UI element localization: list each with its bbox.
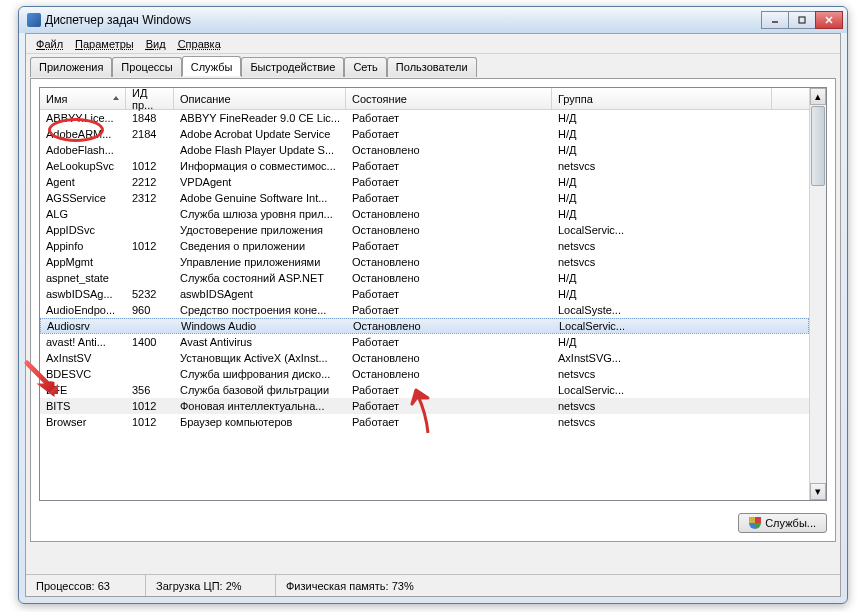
tab-4[interactable]: Сеть: [344, 57, 386, 77]
cell-state: Работает: [346, 176, 552, 188]
cell-group: Н/Д: [552, 112, 772, 124]
table-row[interactable]: BITS1012Фоновая интеллектуальна...Работа…: [40, 398, 809, 414]
cell-state: Остановлено: [347, 320, 553, 332]
cell-group: LocalSyste...: [552, 304, 772, 316]
menu-file[interactable]: Файл: [30, 36, 69, 52]
table-row[interactable]: AudioEndpo...960Средство построения коне…: [40, 302, 809, 318]
vertical-scrollbar[interactable]: ▴ ▾: [809, 88, 826, 500]
col-header-description[interactable]: Описание: [174, 88, 346, 109]
cell-state: Работает: [346, 160, 552, 172]
menu-help[interactable]: Справка: [172, 36, 227, 52]
cell-state: Работает: [346, 416, 552, 428]
cell-desc: Adobe Genuine Software Int...: [174, 192, 346, 204]
cell-state: Работает: [346, 400, 552, 412]
maximize-button[interactable]: [788, 11, 816, 29]
table-row[interactable]: AppIDSvcУдостоверение приложенияОстановл…: [40, 222, 809, 238]
cell-name: ALG: [40, 208, 126, 220]
cell-state: Работает: [346, 112, 552, 124]
table-row[interactable]: AeLookupSvc1012Информация о совместимос.…: [40, 158, 809, 174]
minimize-button[interactable]: [761, 11, 789, 29]
cell-pid: 1012: [126, 160, 174, 172]
cell-state: Работает: [346, 336, 552, 348]
cell-pid: 1012: [126, 416, 174, 428]
table-row[interactable]: AdobeFlash...Adobe Flash Player Update S…: [40, 142, 809, 158]
table-row[interactable]: avast! Anti...1400Avast AntivirusРаботае…: [40, 334, 809, 350]
table-row[interactable]: BDESVCСлужба шифрования диско...Остановл…: [40, 366, 809, 382]
services-button[interactable]: Службы...: [738, 513, 827, 533]
tab-content: Имя ИД пр... Описание Состояние Группа A…: [30, 78, 836, 542]
table-row[interactable]: AudiosrvWindows AudioОстановленоLocalSer…: [40, 318, 809, 334]
statusbar: Процессов: 63 Загрузка ЦП: 2% Физическая…: [26, 574, 840, 596]
cell-state: Работает: [346, 288, 552, 300]
cell-name: BITS: [40, 400, 126, 412]
titlebar: Диспетчер задач Windows: [19, 7, 847, 33]
close-button[interactable]: [815, 11, 843, 29]
cell-state: Остановлено: [346, 272, 552, 284]
table-header: Имя ИД пр... Описание Состояние Группа: [40, 88, 826, 110]
cell-state: Работает: [346, 128, 552, 140]
cell-group: netsvcs: [552, 416, 772, 428]
menu-view[interactable]: Вид: [140, 36, 172, 52]
table-row[interactable]: Appinfo1012Сведения о приложенииРаботает…: [40, 238, 809, 254]
table-row[interactable]: AppMgmtУправление приложениямиОстановлен…: [40, 254, 809, 270]
cell-name: avast! Anti...: [40, 336, 126, 348]
col-header-name[interactable]: Имя: [40, 88, 126, 109]
cell-desc: Adobe Acrobat Update Service: [174, 128, 346, 140]
table-row[interactable]: AGSService2312Adobe Genuine Software Int…: [40, 190, 809, 206]
cell-pid: 1012: [126, 240, 174, 252]
cell-state: Остановлено: [346, 208, 552, 220]
cell-group: Н/Д: [552, 208, 772, 220]
cell-name: Agent: [40, 176, 126, 188]
cell-name: AxInstSV: [40, 352, 126, 364]
col-header-state[interactable]: Состояние: [346, 88, 552, 109]
cell-desc: ABBYY FineReader 9.0 CE Lic...: [174, 112, 346, 124]
table-row[interactable]: ALGСлужба шлюза уровня прил...Остановлен…: [40, 206, 809, 222]
status-cpu: Загрузка ЦП: 2%: [146, 575, 276, 596]
cell-pid: 356: [126, 384, 174, 396]
tab-1[interactable]: Процессы: [112, 57, 181, 77]
scroll-up-button[interactable]: ▴: [810, 88, 826, 105]
col-header-group[interactable]: Группа: [552, 88, 772, 109]
col-header-pid[interactable]: ИД пр...: [126, 88, 174, 109]
cell-pid: 2212: [126, 176, 174, 188]
tab-0[interactable]: Приложения: [30, 57, 112, 77]
cell-group: LocalServic...: [552, 224, 772, 236]
table-row[interactable]: aswbIDSAg...5232aswbIDSAgentРаботаетН/Д: [40, 286, 809, 302]
table-row[interactable]: ABBYY.Lice...1848ABBYY FineReader 9.0 CE…: [40, 110, 809, 126]
cell-state: Остановлено: [346, 352, 552, 364]
cell-pid: 960: [126, 304, 174, 316]
cell-state: Остановлено: [346, 368, 552, 380]
scroll-thumb[interactable]: [811, 106, 825, 186]
cell-name: AppIDSvc: [40, 224, 126, 236]
cell-group: netsvcs: [552, 240, 772, 252]
table-row[interactable]: aspnet_stateСлужба состояний ASP.NETОста…: [40, 270, 809, 286]
table-row[interactable]: AdobeARM...2184Adobe Acrobat Update Serv…: [40, 126, 809, 142]
menu-options[interactable]: Параметры: [69, 36, 140, 52]
cell-name: AudioEndpo...: [40, 304, 126, 316]
cell-state: Работает: [346, 304, 552, 316]
cell-state: Работает: [346, 384, 552, 396]
cell-group: netsvcs: [552, 400, 772, 412]
table-row[interactable]: AxInstSVУстановщик ActiveX (AxInst...Ост…: [40, 350, 809, 366]
cell-desc: Avast Antivirus: [174, 336, 346, 348]
cell-name: Browser: [40, 416, 126, 428]
menubar: Файл Параметры Вид Справка: [26, 34, 840, 54]
cell-group: AxInstSVG...: [552, 352, 772, 364]
tab-5[interactable]: Пользователи: [387, 57, 477, 77]
cell-desc: Служба шлюза уровня прил...: [174, 208, 346, 220]
cell-state: Остановлено: [346, 144, 552, 156]
cell-desc: Фоновая интеллектуальна...: [174, 400, 346, 412]
cell-pid: 1012: [126, 400, 174, 412]
tab-2[interactable]: Службы: [182, 56, 242, 76]
table-row[interactable]: Agent2212VPDAgentРаботаетН/Д: [40, 174, 809, 190]
scroll-down-button[interactable]: ▾: [810, 483, 826, 500]
table-row[interactable]: Browser1012Браузер компьютеровРаботаетne…: [40, 414, 809, 430]
cell-group: Н/Д: [552, 192, 772, 204]
cell-name: AeLookupSvc: [40, 160, 126, 172]
cell-name: AGSService: [40, 192, 126, 204]
tab-3[interactable]: Быстродействие: [241, 57, 344, 77]
status-processes: Процессов: 63: [26, 575, 146, 596]
table-row[interactable]: BFE356Служба базовой фильтрацииРаботаетL…: [40, 382, 809, 398]
cell-desc: Adobe Flash Player Update S...: [174, 144, 346, 156]
cell-desc: Служба состояний ASP.NET: [174, 272, 346, 284]
